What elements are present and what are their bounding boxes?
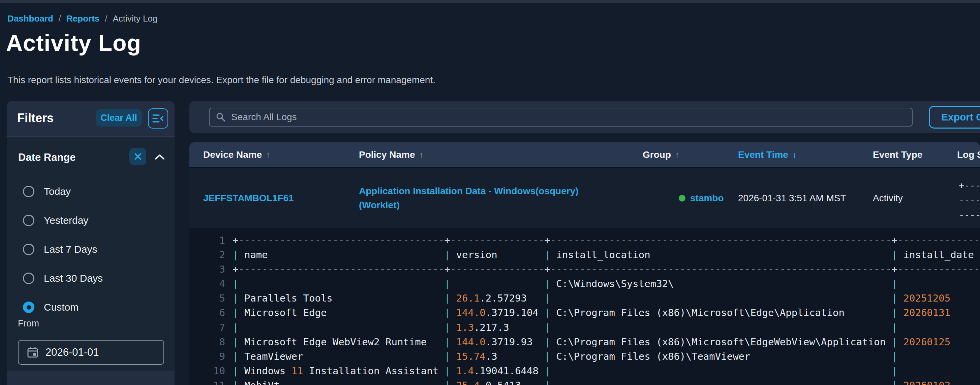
radio-selected-icon	[23, 301, 34, 313]
filters-panel: Filters Clear All Date Range	[7, 101, 175, 385]
log-line-content: | Microsoft Edge WebView2 Runtime | 144.…	[225, 335, 980, 349]
line-number: 8	[189, 335, 225, 349]
sort-asc-icon: ↑	[419, 150, 423, 160]
radio-unselected-icon	[23, 186, 34, 197]
policy-name-link[interactable]: Application Installation Data - Windows(…	[359, 184, 579, 212]
log-line: 4| | | C:\Windows\System32\ | |	[189, 277, 980, 291]
sort-asc-icon: ↑	[675, 150, 679, 160]
radio-unselected-icon	[23, 215, 34, 226]
logs-toolbar: Search All Logs Export CSV	[189, 101, 980, 133]
search-icon	[216, 112, 226, 122]
event-type-cell: Activity	[873, 168, 903, 228]
event-time-cell: 2026-01-31 3:51 AM MST	[738, 168, 846, 228]
radio-option-yesterday[interactable]: Yesterday	[7, 206, 175, 235]
policy-name-line: Application Installation Data - Windows(…	[359, 184, 579, 198]
radio-option-label: Last 30 Days	[44, 273, 103, 284]
radio-option-label: Yesterday	[44, 215, 88, 226]
clear-all-button[interactable]: Clear All	[96, 109, 142, 127]
log-line-content: | TeamViewer | 15.74.3 | C:\Program File…	[225, 349, 980, 364]
column-label: Device Name	[203, 149, 262, 160]
radio-unselected-icon	[23, 273, 34, 284]
breadcrumb: Dashboard / Reports / Activity Log	[7, 13, 158, 24]
from-date-input[interactable]: 2026-01-01	[18, 340, 164, 365]
line-number: 11	[189, 378, 225, 385]
collapse-panel-icon	[152, 113, 164, 124]
breadcrumb-current: Activity Log	[113, 13, 158, 24]
sort-desc-icon: ↓	[792, 150, 797, 160]
calendar-icon	[27, 346, 39, 358]
line-number: 2	[189, 248, 225, 262]
line-number: 9	[189, 349, 225, 364]
log-line: 7| | 1.3.217.3 | | |	[189, 320, 980, 335]
log-line: 3+-----------------------------------+--…	[189, 262, 980, 277]
from-label: From	[18, 318, 39, 329]
log-lines: 1+-----------------------------------+--…	[189, 228, 980, 385]
table-row[interactable]: JEFFSTAMBOL1F61 Application Installation…	[189, 167, 980, 228]
breadcrumb-dashboard[interactable]: Dashboard	[7, 13, 53, 24]
line-number: 6	[189, 306, 225, 320]
page-title: Activity Log	[6, 30, 141, 56]
collapse-filters-button[interactable]	[148, 108, 168, 128]
table-header: Device Name ↑ Policy Name ↑ Group ↑ Even…	[189, 143, 980, 167]
device-name-cell: JEFFSTAMBOL1F61	[203, 168, 294, 228]
radio-option-custom[interactable]: Custom	[7, 293, 175, 322]
log-viewer[interactable]: 1+-----------------------------------+--…	[189, 228, 980, 385]
line-number: 10	[189, 364, 225, 378]
group-status-dot	[679, 195, 686, 201]
radio-option-today[interactable]: Today	[7, 177, 175, 206]
group-cell: stambo	[679, 168, 724, 228]
log-snippet-cell: +------------ ------------- ------------…	[959, 178, 980, 222]
column-label: Event Time	[738, 149, 788, 160]
log-line: 1+-----------------------------------+--…	[189, 233, 980, 248]
radio-option-last-7-days[interactable]: Last 7 Days	[7, 235, 175, 264]
line-number: 4	[189, 277, 225, 291]
breadcrumb-separator: /	[59, 13, 61, 24]
chevron-up-icon	[155, 154, 165, 160]
column-header-device-name[interactable]: Device Name ↑	[203, 143, 270, 167]
search-input[interactable]: Search All Logs	[209, 108, 913, 127]
log-line-content: | MobiVt | 25.4.0.5413 | | 20260102 |	[225, 378, 980, 385]
log-line-content: | name | version | install_location | in…	[225, 248, 980, 262]
group-link[interactable]: stambo	[690, 193, 724, 204]
breadcrumb-reports[interactable]: Reports	[67, 13, 99, 24]
date-range-collapse-toggle[interactable]	[153, 151, 167, 162]
column-header-log-snippet[interactable]: Log Snippet	[957, 143, 980, 167]
radio-option-label: Today	[44, 186, 71, 197]
column-header-policy-name[interactable]: Policy Name ↑	[359, 143, 423, 167]
log-line-content: | | | C:\Windows\System32\ | |	[225, 277, 980, 291]
log-line-content: | Parallels Tools | 26.1.2.57293 | | 202…	[225, 291, 980, 306]
date-range-section: Date Range TodayYesterdayLast 7 DaysLast…	[7, 137, 175, 371]
radio-option-label: Last 7 Days	[44, 244, 97, 255]
radio-option-label: Custom	[44, 301, 78, 313]
log-line-content: | | 1.3.217.3 | | |	[225, 320, 980, 335]
log-line: 2| name | version | install_location | i…	[189, 248, 980, 262]
radio-unselected-icon	[23, 244, 34, 255]
log-line: 11| MobiVt | 25.4.0.5413 | | 20260102 |	[189, 378, 980, 385]
line-number: 3	[189, 262, 225, 277]
column-label: Policy Name	[359, 149, 415, 160]
column-header-event-time[interactable]: Event Time ↓	[738, 143, 797, 167]
export-csv-button[interactable]: Export CSV	[929, 106, 980, 128]
log-line: 8| Microsoft Edge WebView2 Runtime | 144…	[189, 335, 980, 349]
column-header-event-type[interactable]: Event Type	[873, 143, 923, 167]
column-label: Log Snippet	[957, 149, 980, 160]
filters-header: Filters Clear All	[7, 101, 175, 137]
column-label: Group	[643, 149, 671, 160]
radio-option-last-30-days[interactable]: Last 30 Days	[7, 264, 175, 293]
page-subtitle: This report lists historical events for …	[7, 75, 435, 86]
date-range-clear-button[interactable]	[129, 148, 146, 165]
log-line-content: +-----------------------------------+---…	[225, 233, 980, 248]
log-line: 5| Parallels Tools | 26.1.2.57293 | | 20…	[189, 291, 980, 306]
log-line-content: | Microsoft Edge | 144.0.3719.104 | C:\P…	[225, 306, 980, 320]
log-line: 10| Windows 11 Installation Assistant | …	[189, 364, 980, 378]
log-line-content: | Windows 11 Installation Assistant | 1.…	[225, 364, 980, 378]
date-range-label: Date Range	[18, 151, 76, 163]
sort-asc-icon: ↑	[266, 150, 270, 160]
line-number: 7	[189, 320, 225, 335]
line-number: 5	[189, 291, 225, 306]
filters-title: Filters	[17, 111, 54, 125]
policy-name-line: (Worklet)	[359, 198, 579, 212]
close-icon	[134, 152, 142, 160]
device-name-link[interactable]: JEFFSTAMBOL1F61	[203, 193, 294, 204]
column-header-group[interactable]: Group ↑	[643, 143, 679, 167]
